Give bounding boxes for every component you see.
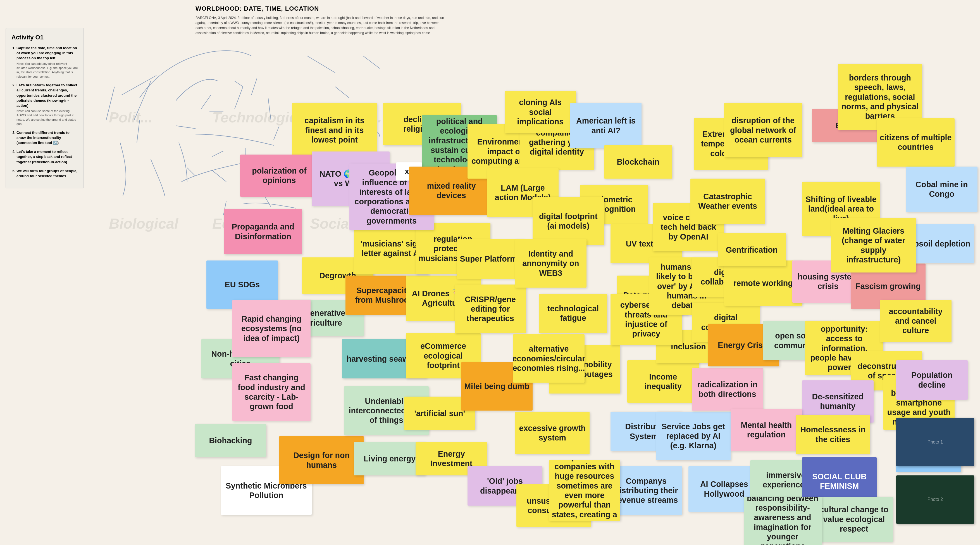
svg-line-1 — [134, 81, 151, 120]
svg-line-21 — [187, 168, 196, 176]
note-crispr[interactable]: CRISPR/gene editing for therapeutics — [455, 285, 526, 333]
note-private-companies[interactable]: private companies with huge resources so… — [549, 460, 620, 521]
svg-line-17 — [176, 126, 196, 129]
sidebar-title: Activity O1 — [11, 34, 78, 41]
image-card-1: Photo 2 — [896, 475, 974, 524]
svg-line-8 — [307, 56, 335, 73]
svg-line-0 — [121, 75, 156, 95]
sidebar-item-4: Let's take a moment to reflect together,… — [16, 149, 78, 165]
sidebar-item-5: We will form four groups of people, arou… — [16, 169, 78, 178]
note-fast-changing-food[interactable]: Fast changing food industry and scarcity… — [232, 363, 310, 421]
note-excessive-growth[interactable]: excessive growth system — [515, 412, 590, 454]
note-cobalt-mine[interactable]: Cobal mine in Congo — [906, 167, 977, 212]
note-homelessness[interactable]: Homelessness in the cities — [795, 415, 870, 454]
note-capitalism[interactable]: capitalism in its finest and in its lowe… — [292, 103, 377, 157]
political-label: Polit... — [109, 109, 153, 126]
note-citizens-multiple[interactable]: citizens of multiple countries — [877, 118, 955, 167]
image-card-0: Photo 1 — [896, 418, 974, 466]
note-catastrophic-weather[interactable]: Catastrophic Weather events — [690, 178, 765, 224]
sidebar-item-1: Capture the date, time and location of w… — [16, 46, 78, 79]
note-identity-anonymity[interactable]: Identity and annonymity on WEB3 — [515, 239, 587, 288]
sidebar-list: Capture the date, time and location of w… — [11, 46, 78, 178]
note-biohacking[interactable]: Biohacking — [195, 424, 266, 457]
note-service-jobs-ai[interactable]: Service Jobs get replaced by AI (e.g. Kl… — [656, 412, 730, 460]
note-radicalization[interactable]: radicalization in both directions — [692, 368, 763, 411]
note-accountability-cancel[interactable]: accountability and cancel culture — [880, 300, 951, 343]
sidebar-item-3: Connect the different trends to show the… — [16, 130, 78, 146]
sidebar: Activity O1 Capture the date, time and l… — [6, 28, 84, 188]
biological-label: Biological — [109, 215, 178, 232]
page-container: Activity O1 Capture the date, time and l… — [0, 0, 980, 545]
note-cloning-ai[interactable]: cloning AIs social implications — [505, 91, 576, 133]
note-income-inequality[interactable]: Income inequality — [627, 360, 699, 403]
note-cultural-change[interactable]: cultural change to value ecological resp… — [815, 497, 893, 542]
note-melting-glaciers[interactable]: Melting Glaciers (change of water supply… — [831, 218, 915, 272]
main-title: WORLDHOOD: DATE, TIME, LOCATION — [196, 5, 319, 12]
note-living-energy[interactable]: Living energy — [354, 442, 425, 475]
note-companies-revenue[interactable]: Companys distributing their revenue stre… — [611, 466, 682, 515]
note-propaganda[interactable]: Propaganda and Disinformation — [224, 209, 302, 255]
svg-line-25 — [201, 95, 211, 109]
svg-line-26 — [235, 81, 243, 87]
svg-line-5 — [251, 78, 257, 95]
note-balancing-responsibility[interactable]: balancing between responsibility-awarene… — [744, 497, 822, 545]
note-super-platforms[interactable]: Super Platforms — [457, 239, 525, 279]
sidebar-item-2: Let's brainstorm together to collect all… — [16, 83, 78, 126]
note-gentrification[interactable]: Gentrification — [718, 233, 786, 266]
note-blockchain[interactable]: Blockchain — [604, 145, 672, 178]
svg-line-11 — [212, 171, 226, 182]
social-label: Social — [310, 215, 353, 232]
svg-line-23 — [274, 126, 279, 140]
svg-line-10 — [363, 56, 380, 69]
note-remote-working[interactable]: remote working — [724, 260, 802, 306]
note-mental-health[interactable]: Mental health regulation — [730, 409, 802, 451]
svg-line-9 — [335, 87, 349, 98]
note-population-decline[interactable]: Population decline — [896, 360, 968, 400]
context-text: BARCELONA, 3 April 2024, 3rd floor of a … — [196, 15, 447, 35]
note-rapid-changing[interactable]: Rapid changing ecosystems (no idea of im… — [232, 300, 310, 357]
note-technological-fatigue[interactable]: technological fatigue — [539, 294, 607, 333]
svg-line-3 — [137, 120, 140, 143]
svg-line-4 — [235, 87, 243, 109]
note-american-left[interactable]: American left is anti AI? — [570, 103, 642, 148]
note-digital-footprint[interactable]: digital footprint (ai models) — [533, 197, 604, 245]
svg-line-22 — [212, 151, 223, 156]
svg-line-2 — [106, 87, 115, 120]
note-disruption-ocean[interactable]: disruption of the global network of ocea… — [724, 103, 802, 157]
note-alternative-economies[interactable]: alternative economies/circular economies… — [513, 334, 584, 382]
note-design-non-humans[interactable]: Design for non humans — [279, 436, 364, 484]
svg-line-6 — [268, 98, 271, 120]
note-polarization[interactable]: polarization of opinions — [240, 155, 318, 197]
